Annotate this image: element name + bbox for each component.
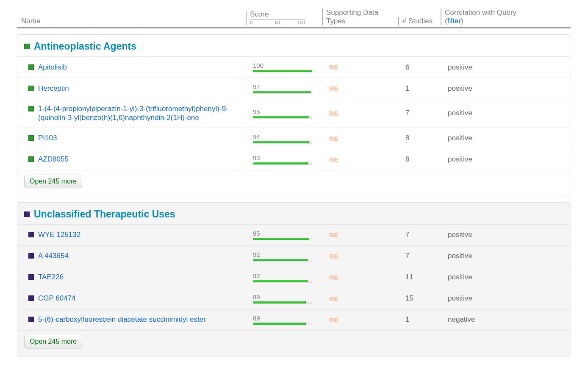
header-types: Supporting Data Types	[322, 8, 398, 25]
axis-tick-50: 50	[275, 20, 280, 25]
score-value: 100	[253, 62, 329, 69]
row-swatch-icon	[28, 86, 34, 91]
score-cell: 95	[253, 230, 329, 240]
group-title: Unclassified Therapeutic Uses	[34, 209, 175, 220]
score-cell: 97	[253, 83, 329, 94]
score-value: 97	[253, 83, 329, 90]
score-cell: 95	[253, 108, 329, 119]
compound-link[interactable]: WYE 125132	[38, 230, 80, 239]
result-row: Herceptin 97 RE 1 positive	[17, 78, 571, 99]
score-bar	[253, 259, 312, 262]
score-value: 93	[253, 154, 329, 161]
result-row: PI103 94 RE 8 positive	[17, 128, 571, 149]
studies-count: 1	[405, 84, 448, 93]
result-group: Antineoplastic Agents Apitolisib 100 RE …	[17, 34, 571, 196]
correlation-value: positive	[448, 294, 564, 303]
score-bar-fill	[253, 301, 306, 303]
correlation-value: positive	[448, 84, 564, 93]
score-bar	[253, 91, 312, 94]
open-more-button[interactable]: Open 245 more	[24, 175, 82, 188]
supporting-type-tag: RE	[329, 85, 405, 92]
row-swatch-icon	[28, 274, 34, 280]
group-header[interactable]: Unclassified Therapeutic Uses	[17, 203, 571, 224]
result-row: AZD8055 93 RE 8 positive	[17, 149, 571, 170]
correlation-value: positive	[448, 109, 564, 117]
supporting-type-tag: RE	[329, 231, 405, 239]
supporting-type-tag: RE	[329, 253, 405, 260]
compound-link[interactable]: A 443654	[38, 251, 69, 260]
supporting-type-tag: RE	[329, 295, 405, 302]
compound-link[interactable]: AZD8055	[38, 155, 69, 164]
score-cell: 93	[253, 154, 329, 165]
group-rows: WYE 125132 95 RE 7 positive A 443654 92 …	[17, 224, 571, 330]
filter-link[interactable]: filter	[447, 17, 461, 25]
studies-count: 8	[405, 134, 448, 142]
supporting-type-tag: RE	[329, 156, 405, 163]
correlation-value: positive	[448, 63, 564, 72]
compound-link[interactable]: 5-(6)-carboxyfluorescein diacetate succi…	[38, 315, 206, 324]
compound-link[interactable]: 1-(4-(4-propionylpiperazin-1-yl)-3-(trif…	[38, 104, 253, 122]
score-bar	[253, 141, 312, 144]
compound-link[interactable]: PI103	[38, 134, 57, 142]
result-row: 5-(6)-carboxyfluorescein diacetate succi…	[17, 309, 571, 330]
score-value: 92	[253, 272, 329, 279]
correlation-value: positive	[448, 252, 564, 260]
compound-link[interactable]: TAE226	[38, 273, 64, 281]
score-bar-fill	[253, 70, 312, 72]
score-bar-fill	[253, 116, 309, 118]
score-value: 89	[253, 315, 329, 322]
score-bar	[253, 280, 312, 283]
score-bar-fill	[253, 280, 308, 282]
studies-count: 7	[405, 252, 448, 260]
header-score-label: Score	[250, 11, 322, 19]
score-cell: 92	[253, 272, 329, 283]
studies-count: 7	[405, 231, 448, 239]
score-bar	[253, 323, 312, 325]
score-value: 92	[253, 251, 329, 258]
result-row: CGP 60474 89 RE 15 positive	[17, 288, 571, 309]
header-correlation-label: Correlation with Query	[445, 8, 516, 17]
correlation-value: positive	[448, 155, 564, 164]
studies-count: 1	[405, 315, 448, 324]
score-axis: 0 50 100	[250, 19, 305, 25]
row-swatch-icon	[28, 317, 34, 322]
score-value: 95	[253, 230, 329, 237]
row-swatch-icon	[28, 64, 34, 70]
group-footer: Open 245 more	[17, 330, 571, 356]
supporting-type-tag: RE	[329, 110, 405, 117]
studies-count: 6	[405, 63, 448, 72]
row-swatch-icon	[28, 106, 34, 111]
group-swatch-icon	[24, 44, 30, 49]
row-swatch-icon	[28, 295, 34, 301]
group-title: Antineoplastic Agents	[34, 41, 136, 52]
groups-container: Antineoplastic Agents Apitolisib 100 RE …	[17, 34, 571, 356]
score-bar-fill	[253, 162, 308, 164]
correlation-value: negative	[448, 315, 564, 324]
studies-count: 11	[405, 273, 448, 281]
score-bar	[253, 162, 312, 165]
score-cell: 92	[253, 251, 329, 262]
result-group: Unclassified Therapeutic Uses WYE 125132…	[17, 202, 571, 356]
studies-count: 7	[405, 109, 448, 117]
axis-tick-100: 100	[297, 20, 305, 25]
supporting-type-tag: RE	[329, 316, 405, 323]
row-swatch-icon	[28, 156, 34, 162]
header-score: Score 0 50 100	[246, 11, 322, 25]
correlation-value: positive	[448, 273, 564, 281]
results-page: Name Score 0 50 100 Supporting Data Type…	[17, 0, 571, 373]
compound-link[interactable]: CGP 60474	[38, 294, 76, 303]
score-bar-fill	[253, 259, 308, 261]
score-bar	[253, 70, 312, 72]
score-bar-fill	[253, 91, 311, 93]
row-swatch-icon	[28, 135, 34, 141]
compound-link[interactable]: Apitolisib	[38, 63, 67, 72]
compound-link[interactable]: Herceptin	[38, 84, 69, 93]
group-header[interactable]: Antineoplastic Agents	[17, 35, 571, 56]
open-more-button[interactable]: Open 245 more	[24, 335, 82, 348]
row-swatch-icon	[28, 232, 34, 237]
score-value: 95	[253, 108, 329, 115]
group-swatch-icon	[24, 212, 30, 217]
score-value: 89	[253, 293, 329, 301]
score-value: 94	[253, 133, 329, 140]
group-rows: Apitolisib 100 RE 6 positive Herceptin 9…	[17, 56, 571, 170]
